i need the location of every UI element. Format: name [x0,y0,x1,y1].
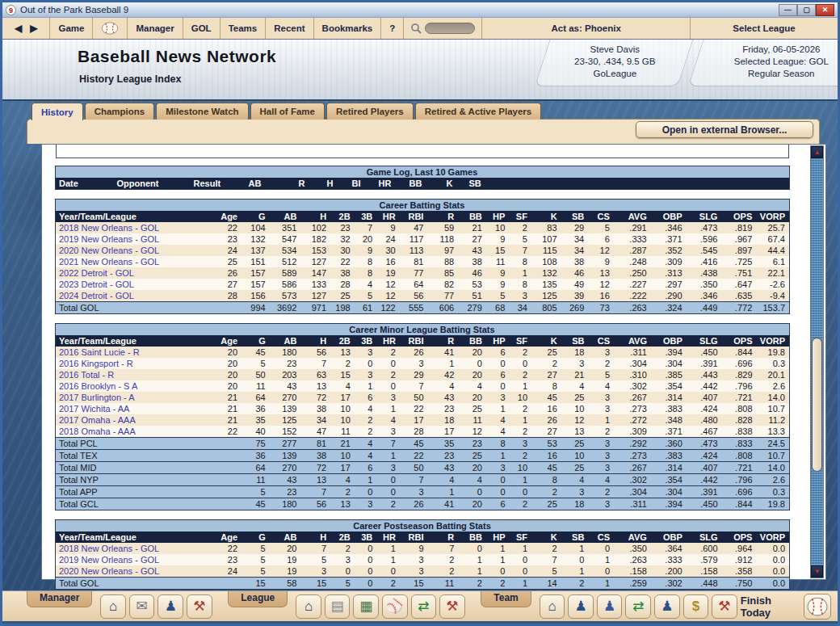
total-row: Total GOL15581550215112211421.259.302.44… [56,578,790,590]
tab-champions[interactable]: Champions [85,103,155,120]
stat-cell: 1 [355,474,377,486]
stat-cell: .297 [651,279,687,290]
column-header: HR [376,211,400,222]
stat-cell: 22.1 [756,267,789,279]
year-team-link[interactable]: 2023 Detroit - GOL [59,279,134,289]
year-team-link[interactable]: 2016 Saint Lucie - R [59,347,140,357]
tab-retired-players[interactable]: Retired Players [326,103,414,120]
baseball-menu-icon[interactable] [93,18,128,39]
year-team-link[interactable]: 2022 Detroit - GOL [59,268,134,278]
year-team-link[interactable]: 2019 New Orleans - GOL [59,555,159,565]
stat-cell: 82 [427,279,458,290]
stat-cell: 3 [355,498,377,510]
stat-cell: .448 [687,578,722,590]
year-team-link[interactable]: 2024 Detroit - GOL [59,291,134,300]
stat-cell: .302 [614,474,651,486]
column-header: 2B [330,531,355,543]
close-button[interactable]: ✕ [816,4,834,16]
stat-cell: 4 [561,380,589,392]
year-team-link[interactable]: 2018 New Orleans - GOL [59,223,159,233]
scrollbar[interactable]: ▲ ▼ [810,145,824,578]
menu-item-help[interactable]: ? [381,18,404,39]
year-team-link[interactable]: 2018 Omaha - AAA [59,426,136,436]
scroll-down-icon[interactable]: ▼ [811,565,823,578]
column-header: BB [458,335,486,347]
column-header: SB [561,531,589,543]
year-team-link[interactable]: 2020 New Orleans - GOL [59,246,159,255]
stat-cell: 2 [458,578,486,590]
year-team-link[interactable]: 2019 New Orleans - GOL [59,234,159,244]
date-info-box: Friday, 06-05-2026 Selected League: GOL … [688,40,838,86]
tab-hall-of-fame[interactable]: Hall of Fame [250,103,325,120]
stat-cell: 1 [458,554,486,565]
back-icon[interactable]: ◀ [10,23,26,34]
total-label: Total GCL [56,498,212,510]
stat-cell: 39 [561,290,589,302]
menu-item-teams[interactable]: Teams [220,18,267,39]
menu-item-bookmarks[interactable]: Bookmarks [314,18,382,39]
stat-cell: 23 [270,358,301,369]
open-external-browser-button[interactable]: Open in external Browser... [636,121,813,138]
year-team-link[interactable]: 2017 Burlington - A [59,393,135,402]
year-team-link[interactable]: 2017 Wichita - AA [59,404,129,414]
stat-cell: 0 [509,565,531,578]
maximize-button[interactable]: ▢ [797,4,816,16]
year-team-link[interactable]: 2016 Kingsport - R [59,359,133,368]
stat-cell: 20 [270,543,301,554]
stat-cell: 512 [270,256,301,267]
scrollbar-track[interactable] [811,159,823,565]
stat-cell: .635 [721,290,756,302]
year-team-link[interactable]: 2020 New Orleans - GOL [59,566,159,576]
act-as-label[interactable]: Act as: Phoenix [482,18,691,39]
stat-cell: 0 [376,565,400,578]
year-team-link[interactable]: 2016 Brooklyn - S A [59,381,137,391]
column-header: SLG [687,211,722,222]
stat-cell: 157 [242,267,270,279]
stat-cell: 3 [588,462,614,474]
stat-cell: 38 [330,267,355,279]
stat-cell: .324 [651,302,687,314]
tab-history[interactable]: History [32,103,83,120]
stat-cell: .416 [687,256,722,267]
menu-item-recent[interactable]: Recent [266,18,313,39]
minimize-button[interactable]: — [779,4,797,16]
stat-cell: 47 [400,222,428,233]
menu-item-manager[interactable]: Manager [128,18,183,39]
year-team-link[interactable]: 2016 Total - R [59,370,114,380]
table-row: 2016 Saint Lucie - R20451805613322641206… [56,347,790,358]
stat-cell: 156 [242,290,270,302]
stat-cell: 3 [400,565,428,578]
stat-cell: 30 [330,245,355,256]
select-league-button[interactable]: Select League [691,18,838,39]
stat-cell: .424 [687,450,722,462]
menu-item-gol[interactable]: GOL [183,18,220,39]
scrollbar-thumb[interactable] [812,338,822,472]
home-icon: ⌂ [304,599,313,615]
year-team-link[interactable]: 2017 Omaha - AAA [59,415,136,425]
menu-item-game[interactable]: Game [50,18,93,39]
year-team-link[interactable]: 2018 New Orleans - GOL [59,544,159,553]
stat-cell: .473 [687,222,722,233]
stat-cell: 104 [242,222,270,233]
tab-milestone-watch[interactable]: Milestone Watch [156,103,248,120]
stat-cell: 18 [561,347,589,358]
stat-cell: 1 [588,414,614,426]
stat-cell: .248 [614,256,651,267]
forward-icon[interactable]: ▶ [26,23,41,34]
stat-cell: 11 [242,474,270,486]
tab-retired-active-players[interactable]: Retired & Active Players [415,103,542,120]
column-header: R [428,531,459,543]
stat-cell: .772 [721,302,756,314]
table-row: 2017 Burlington - A216427072176350432031… [56,392,790,403]
finish-today-button[interactable] [804,594,832,620]
stat-cell: 23 [428,450,459,462]
stat-cell: .250 [614,267,651,279]
scroll-up-icon[interactable]: ▲ [811,146,823,158]
finances-icon: $ [692,599,699,615]
year-team-link[interactable]: 2021 New Orleans - GOL [59,257,159,267]
column-header: K [531,531,561,543]
search-input[interactable] [425,23,475,34]
table-row: 2018 Omaha - AAA224015247112328171242271… [56,426,790,438]
stat-cell: 4 [376,414,400,426]
stat-cell: .314 [651,462,687,474]
